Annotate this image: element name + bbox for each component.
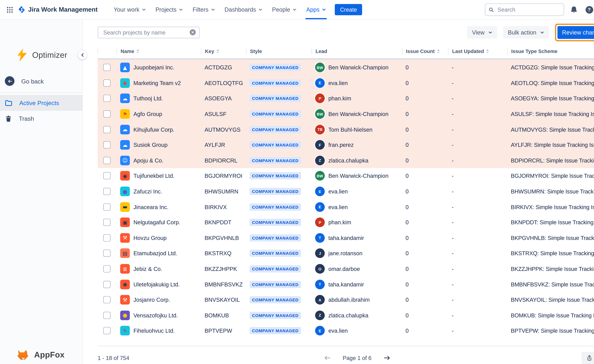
table-row[interactable]: ☁ Tuthooj Ltd. ASOEGYA COMPANY MANAGED P… — [98, 91, 594, 106]
table-row[interactable]: ◉ Tujifunekbel Ltd. BGJORMYROI COMPANY M… — [98, 168, 594, 184]
header-lead[interactable]: Lead — [311, 48, 402, 55]
row-checkbox[interactable] — [103, 219, 110, 226]
project-name[interactable]: Zafuczi Inc. — [133, 188, 162, 195]
header-style[interactable]: Style — [246, 48, 311, 55]
header-key[interactable]: Key — [201, 48, 246, 55]
view-dropdown-button[interactable]: View — [467, 26, 497, 39]
header-last-updated[interactable]: Last Updated — [448, 48, 507, 55]
project-name[interactable]: Marketing Team v2 — [133, 80, 181, 86]
header-issue-count[interactable]: Issue Count — [402, 48, 448, 55]
row-checkbox[interactable] — [103, 296, 110, 303]
table-row[interactable]: ▬ Jinaceara Inc. BIRKIVX COMPANY MANAGED… — [98, 199, 594, 215]
row-checkbox[interactable] — [103, 157, 110, 164]
global-search-input[interactable] — [497, 6, 560, 13]
row-checkbox[interactable] — [103, 250, 110, 257]
project-name[interactable]: Hovzu Group — [133, 234, 167, 241]
project-name[interactable]: Etamubazjod Ltd. — [133, 250, 177, 257]
table-header-row: Name Key Style Lead Issue Count — [98, 47, 594, 55]
table-row[interactable]: ▣ Nelgutagaful Corp. BKNPDDT COMPANY MAN… — [98, 215, 594, 230]
row-checkbox[interactable] — [103, 64, 110, 71]
table-row[interactable]: ● Zafuczi Inc. BHWSUMRN COMPANY MANAGED … — [98, 184, 594, 199]
sort-icon[interactable] — [486, 49, 489, 54]
table-row[interactable]: ◉ Uletefojakukig Ltd. BMBNFBSVKZ COMPANY… — [98, 277, 594, 292]
project-name[interactable]: Jebiz & Co. — [133, 266, 162, 272]
next-page-arrow-icon[interactable] — [382, 353, 392, 363]
project-name[interactable]: Nelgutagaful Corp. — [133, 219, 180, 226]
sidebar-item-trash[interactable]: Trash — [0, 111, 82, 126]
header-name[interactable]: Name — [116, 48, 201, 55]
project-name[interactable]: Agfo Group — [133, 111, 162, 117]
sidebar-collapse-button[interactable] — [78, 51, 87, 59]
table-row[interactable]: ● Vensazofojku Ltd. BOMKUB COMPANY MANAG… — [98, 307, 594, 323]
table-row[interactable]: ≣ Jebiz & Co. BKZZJHPPK COMPANY MANAGED … — [98, 261, 594, 277]
project-name[interactable]: Juupobejani Inc. — [133, 64, 174, 71]
table-row[interactable]: ☁ Susiok Group AYLFJR COMPANY MANAGED F … — [98, 137, 594, 153]
app-switcher-icon[interactable] — [3, 3, 16, 16]
table-row[interactable]: ⚑ Agfo Group ASULSF COMPANY MANAGED BW B… — [98, 106, 594, 122]
sort-icon[interactable] — [136, 49, 140, 54]
project-name[interactable]: Uletefojakukig Ltd. — [133, 281, 180, 287]
nav-filters[interactable]: Filters — [188, 0, 220, 19]
project-name[interactable]: Kihujlufuw Corp. — [133, 126, 174, 133]
sort-icon[interactable] — [216, 49, 219, 54]
project-search[interactable] — [98, 26, 200, 38]
sort-icon[interactable] — [437, 49, 440, 54]
issue-count-value: 0 — [402, 173, 448, 179]
row-checkbox[interactable] — [103, 312, 110, 319]
table-row[interactable]: ▤ Etamubazjod Ltd. BKSTRXQ COMPANY MANAG… — [98, 246, 594, 261]
row-checkbox[interactable] — [103, 95, 110, 102]
row-checkbox[interactable] — [103, 281, 110, 288]
row-checkbox[interactable] — [103, 188, 110, 195]
nav-projects[interactable]: Projects — [151, 0, 188, 19]
table-row[interactable]: ✎ Fiheluohvuc Ltd. BPTVEPW COMPANY MANAG… — [98, 323, 594, 339]
lead-name: eva.lien — [328, 204, 348, 210]
table-row[interactable]: ◉ Marketing Team v2 AEOTLOQTFG COMPANY M… — [98, 75, 594, 91]
notifications-bell-icon[interactable] — [568, 4, 580, 15]
table-row[interactable]: ⚒ Hovzu Group BKPGVHNLB COMPANY MANAGED … — [98, 230, 594, 246]
project-name[interactable]: Susiok Group — [133, 142, 168, 148]
go-back-button[interactable]: Go back — [0, 75, 82, 87]
project-name[interactable]: Josjanro Corp. — [133, 297, 170, 303]
row-checkbox[interactable] — [103, 79, 110, 87]
global-search[interactable] — [485, 3, 564, 16]
project-name[interactable]: Vensazofojku Ltd. — [133, 312, 178, 318]
sidebar-item-active-projects[interactable]: Active Projects — [0, 95, 82, 111]
nav-apps[interactable]: Apps — [301, 0, 331, 19]
table-row[interactable]: ▲ Juupobejani Inc. ACTDGZG COMPANY MANAG… — [98, 60, 594, 75]
nav-your-work[interactable]: Your work — [109, 0, 151, 19]
issue-type-scheme-value: BPTVEPW: Simple Issue Tracking I... — [507, 328, 594, 334]
project-name[interactable]: Tuthooj Ltd. — [133, 95, 163, 102]
nav-dashboards[interactable]: Dashboards — [220, 0, 267, 19]
jira-brand[interactable]: Jira Work Management — [18, 6, 98, 14]
clear-search-icon[interactable] — [190, 29, 196, 35]
create-button[interactable]: Create — [335, 4, 362, 15]
table-body: ▲ Juupobejani Inc. ACTDGZG COMPANY MANAG… — [98, 60, 594, 338]
project-name[interactable]: Tujifunekbel Ltd. — [133, 173, 175, 179]
project-name[interactable]: Fiheluohvuc Ltd. — [133, 328, 175, 334]
table-row[interactable]: ☁ Kihujlufuw Corp. AUTMOVYGS COMPANY MAN… — [98, 122, 594, 137]
project-name[interactable]: Apoju & Co. — [133, 157, 163, 164]
row-checkbox[interactable] — [103, 265, 110, 273]
row-checkbox[interactable] — [103, 110, 110, 118]
row-checkbox[interactable] — [103, 327, 110, 334]
table-row[interactable]: ⚒ Josjanro Corp. BNVSKAYOIL COMPANY MANA… — [98, 292, 594, 308]
row-checkbox[interactable] — [103, 203, 110, 210]
chevron-down-icon — [540, 30, 544, 34]
review-changes-button[interactable]: Review changes 7 — [557, 26, 594, 39]
row-checkbox[interactable] — [103, 141, 110, 149]
export-button[interactable]: Export — [581, 352, 594, 364]
row-checkbox[interactable] — [103, 234, 110, 241]
table-row[interactable]: ☺ Apoju & Co. BDPIORCRL COMPANY MANAGED … — [98, 153, 594, 168]
row-checkbox[interactable] — [103, 172, 110, 180]
header-issue-type-scheme[interactable]: Issue Type Scheme — [507, 48, 594, 55]
nav-people[interactable]: People — [267, 0, 301, 19]
project-name[interactable]: Jinaceara Inc. — [133, 204, 169, 210]
help-icon[interactable]: ? — [584, 4, 594, 15]
project-key: BDPIORCRL — [201, 157, 246, 164]
previous-page-arrow-icon[interactable] — [323, 353, 332, 363]
row-checkbox[interactable] — [103, 126, 110, 133]
back-arrow-icon — [5, 76, 14, 86]
bulk-action-dropdown-button[interactable]: Bulk action — [503, 26, 549, 39]
project-avatar-icon: ▤ — [120, 249, 130, 258]
project-search-input[interactable] — [102, 29, 190, 36]
